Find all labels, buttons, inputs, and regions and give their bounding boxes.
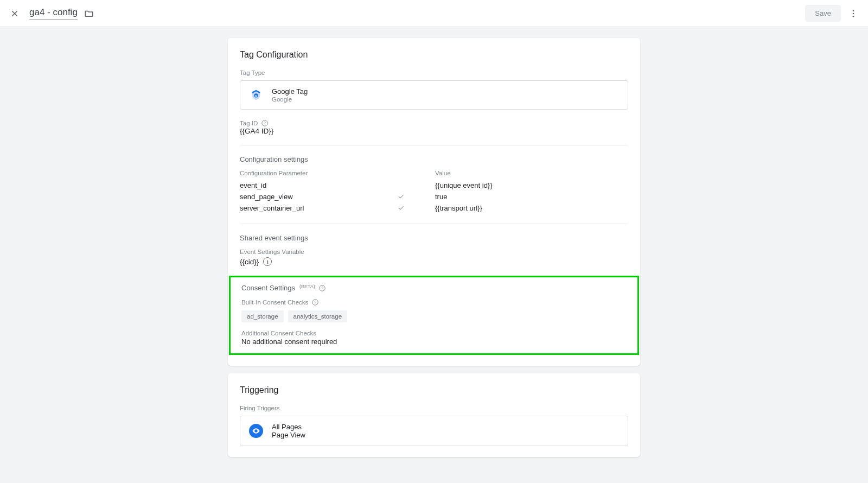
svg-point-0 (853, 10, 854, 11)
config-param-row: server_container_url {{transport url}} (240, 202, 628, 214)
pageview-icon (249, 424, 263, 438)
event-settings-var-label: Event Settings Variable (240, 249, 628, 255)
consent-chip: analytics_storage (288, 310, 348, 322)
config-settings-header: Configuration settings (240, 155, 628, 163)
firing-triggers-label: Firing Triggers (240, 405, 628, 411)
tag-id-label: Tag ID (240, 120, 258, 126)
beta-badge: (BETA) (299, 284, 315, 289)
close-icon[interactable] (10, 9, 20, 18)
tag-type-box[interactable]: G Google Tag Google (240, 80, 628, 110)
consent-chip: ad_storage (241, 310, 284, 322)
param-value: true (435, 193, 628, 201)
folder-icon[interactable] (84, 9, 94, 18)
help-icon[interactable]: ? (261, 119, 269, 127)
param-name: server_container_url (240, 204, 397, 212)
page-body: Tag Configuration Tag Type G Google Tag … (0, 27, 868, 483)
event-settings-var-value: {{cid}} (240, 258, 259, 266)
additional-consent-value: No additional consent required (241, 338, 627, 346)
help-icon[interactable]: ? (318, 284, 326, 292)
tag-type-name: Google Tag (272, 87, 308, 96)
param-value: {{transport url}} (435, 204, 628, 212)
consent-title: Consent Settings (241, 284, 295, 292)
additional-consent-label: Additional Consent Checks (241, 330, 627, 336)
trigger-name: All Pages (272, 423, 305, 431)
consent-settings-section: Consent Settings (BETA) ? Built-In Conse… (229, 276, 639, 355)
config-param-row: send_page_view true (240, 191, 628, 202)
param-name: event_id (240, 181, 397, 189)
trigger-type: Page View (272, 431, 305, 439)
check-icon (397, 193, 405, 200)
param-name: send_page_view (240, 193, 397, 201)
param-value: {{unique event id}} (435, 181, 628, 189)
param-header-value: Value (435, 170, 628, 176)
triggering-card[interactable]: Triggering Firing Triggers All Pages Pag… (228, 373, 640, 457)
page-title[interactable]: ga4 - config (29, 7, 78, 20)
svg-point-2 (853, 15, 854, 17)
info-icon[interactable]: i (263, 257, 272, 266)
svg-text:?: ? (264, 121, 266, 125)
tag-configuration-title: Tag Configuration (240, 50, 628, 60)
help-icon[interactable]: ? (311, 298, 319, 306)
svg-point-11 (256, 430, 257, 432)
tag-id-value: {{GA4 ID}} (240, 127, 628, 135)
top-bar: ga4 - config Save (0, 0, 868, 27)
svg-point-1 (853, 12, 854, 14)
tag-type-vendor: Google (272, 96, 308, 103)
check-icon (397, 204, 405, 212)
save-button[interactable]: Save (805, 5, 841, 22)
more-icon[interactable] (848, 9, 858, 18)
svg-text:?: ? (315, 300, 317, 304)
trigger-row[interactable]: All Pages Page View (240, 416, 628, 446)
svg-text:?: ? (321, 286, 323, 290)
triggering-title: Triggering (240, 385, 628, 395)
config-param-row: event_id {{unique event id}} (240, 180, 628, 191)
tag-configuration-card[interactable]: Tag Configuration Tag Type G Google Tag … (228, 38, 640, 366)
google-tag-icon: G (249, 88, 263, 102)
svg-text:G: G (255, 94, 257, 98)
tag-type-label: Tag Type (240, 69, 628, 76)
shared-settings-header: Shared event settings (240, 234, 628, 242)
param-header-name: Configuration Parameter (240, 170, 397, 176)
builtin-consent-label: Built-In Consent Checks (241, 299, 308, 306)
